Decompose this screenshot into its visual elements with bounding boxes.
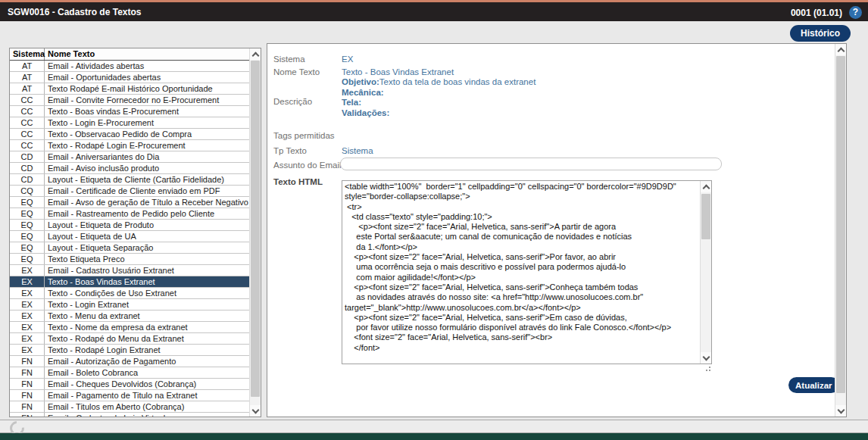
cell-sistema: EX — [10, 345, 45, 355]
cell-sistema: EX — [10, 310, 45, 321]
table-row[interactable]: FNEmail - Boleto Cobranca — [10, 367, 249, 379]
cell-nome-texto: Email - Oportunidades abertas — [45, 72, 249, 83]
cell-nome-texto: Email - Boleto Cobranca — [45, 367, 249, 378]
table-row[interactable]: CCEmail - Convite Fornecedor no E-Procur… — [10, 95, 249, 106]
cell-nome-texto: Email - Atividades abertas — [45, 61, 249, 71]
cell-sistema: FN — [10, 356, 45, 367]
cell-sistema: EX — [10, 265, 45, 276]
table-row[interactable]: FNEmail - Cadastro de Loja Virtual — [10, 413, 249, 417]
table-row[interactable]: CCTexto - Boas vindas E-Procurement — [10, 106, 249, 117]
table-row[interactable]: EQLayout - Etiqueta de Produto — [10, 220, 249, 231]
texto-html-editor — [342, 180, 712, 364]
table-row[interactable]: EXTexto - Rodapé do Menu da Extranet — [10, 333, 249, 345]
cell-sistema: AT — [10, 61, 45, 71]
table-row[interactable]: EXEmail - Cadastro Usuário Extranet — [10, 265, 249, 276]
cell-sistema: EQ — [10, 197, 45, 208]
cell-sistema: FN — [10, 413, 45, 417]
cell-nome-texto: Texto Etiqueta Preco — [45, 254, 249, 264]
table-row[interactable]: CDEmail - Aviso inclusão produto — [10, 163, 249, 174]
cell-sistema: CC — [10, 106, 45, 117]
descricao-label: Descrição — [273, 97, 312, 106]
chevron-down-icon — [251, 406, 259, 413]
descricao-line-tela: Tela: — [342, 98, 535, 108]
cell-nome-texto: Layout - Etiqueta de UA — [45, 231, 249, 242]
table-row[interactable]: FNEmail - Pagamento de Titulo na Extrane… — [10, 390, 249, 401]
objetivo-text: Texto da tela de boas vindas da extranet — [379, 77, 536, 86]
textarea-scroll-down-icon[interactable] — [701, 352, 711, 364]
texto-html-label: Texto HTML — [273, 177, 323, 186]
table-row[interactable]: ATTexto Rodapé E-mail Histórico Oportuni… — [10, 83, 249, 95]
atualizar-button[interactable]: Atualizar — [788, 377, 839, 393]
help-icon[interactable]: ? — [849, 6, 862, 19]
cell-sistema: FN — [10, 401, 45, 412]
cell-nome-texto: Email - Aviso inclusão produto — [45, 163, 249, 173]
cell-sistema: FN — [10, 390, 45, 401]
cell-nome-texto: Texto - Rodapé do Menu da Extranet — [45, 333, 249, 344]
table-row[interactable]: FNEmail - Autorização de Pagamento — [10, 356, 249, 367]
panel-scroll-up-icon[interactable] — [835, 44, 846, 55]
table-scrollbar[interactable] — [249, 48, 261, 417]
historico-button[interactable]: Histórico — [790, 25, 851, 42]
table-row[interactable]: EQEmail - Avso de geração de Título a Re… — [10, 197, 249, 208]
chevron-up-icon — [251, 51, 259, 59]
cell-sistema: FN — [10, 379, 45, 389]
bottom-bar — [0, 433, 868, 440]
page-title: SGW0016 - Cadastro de Textos — [8, 7, 142, 17]
cell-sistema: EX — [10, 333, 45, 344]
panel-scrollbar-thumb[interactable] — [836, 56, 845, 393]
table-row[interactable]: CDLayout - Etiqueta de Cliente (Cartão F… — [10, 174, 249, 186]
table-scrollbar-thumb[interactable] — [251, 61, 260, 397]
nome-texto-value: Texto - Boas Vindas Extranet — [342, 67, 454, 76]
table-row[interactable]: CCTexto - Rodapé Login E-Procurement — [10, 140, 249, 151]
column-header-sistema: Sistema — [10, 48, 45, 60]
table-body: ATEmail - Atividades abertasATEmail - Op… — [10, 61, 249, 417]
table-row[interactable]: EXTexto - Rodapé Login Extranet — [10, 345, 249, 356]
table-row[interactable]: ATEmail - Atividades abertas — [10, 61, 249, 72]
textarea-scrollbar-thumb[interactable] — [701, 194, 710, 239]
cell-nome-texto: Email - Titulos em Aberto (Cobrança) — [45, 401, 249, 412]
table-row[interactable]: EQEmail - Rastreamento de Pedido pelo Cl… — [10, 208, 249, 220]
table-row[interactable]: CDEmail - Aniversariantes do Dia — [10, 151, 249, 163]
table-row[interactable]: FNEmail - Titulos em Aberto (Cobrança) — [10, 401, 249, 413]
scroll-down-icon[interactable] — [250, 405, 261, 417]
table-row[interactable]: EXTexto - Condições de Uso Extranet — [10, 288, 249, 299]
validacoes-label: Validações: — [342, 108, 389, 117]
panel-scrollbar[interactable] — [835, 44, 846, 417]
table-row[interactable]: EXTexto - Nome da empresa da extranet — [10, 322, 249, 333]
cell-nome-texto: Layout - Etiqueta de Cliente (Cartão Fid… — [45, 174, 249, 185]
table-row[interactable]: EXTexto - Menu da extranet — [10, 310, 249, 322]
resize-grip-icon[interactable] — [703, 364, 712, 373]
table-row[interactable]: FNEmail - Cheques Devolvidos (Cobrança) — [10, 379, 249, 390]
table-row[interactable]: CQEmail - Certificade de Cliente enviado… — [10, 186, 249, 197]
table-row[interactable]: ATEmail - Oportunidades abertas — [10, 72, 249, 83]
cell-sistema: AT — [10, 72, 45, 83]
chevron-down-icon — [702, 353, 710, 360]
table-row[interactable]: EQLayout - Etiqueta Separação — [10, 242, 249, 254]
panel-scroll-down-icon[interactable] — [835, 405, 846, 417]
cell-nome-texto: Texto - Boas vindas E-Procurement — [45, 106, 249, 117]
cell-nome-texto: Email - Pagamento de Titulo na Extranet — [45, 390, 249, 401]
cell-sistema: CQ — [10, 186, 45, 196]
table-row[interactable]: EXTexto - Login Extranet — [10, 299, 249, 310]
chevron-up-icon — [837, 47, 845, 55]
mecanica-label: Mecânica: — [342, 88, 384, 97]
text-detail-panel: Sistema EX Nome Texto Texto - Boas Vinda… — [267, 43, 847, 417]
texts-list-panel: Sistema Nome Texto ATEmail - Atividades … — [9, 48, 261, 417]
scroll-up-icon[interactable] — [250, 48, 261, 60]
texto-html-textarea[interactable] — [342, 181, 700, 364]
cell-nome-texto: Texto - Boas Vindas Extranet — [45, 276, 249, 287]
table-row[interactable]: CCTexto - Login E-Procurement — [10, 117, 249, 129]
table-row[interactable]: EXTexto - Boas Vindas Extranet — [10, 276, 249, 288]
descricao-value: Objetivo:Texto da tela de boas vindas da… — [342, 77, 535, 118]
table-row[interactable]: EQTexto Etiqueta Preco — [10, 254, 249, 265]
textarea-scrollbar[interactable] — [700, 181, 711, 364]
table-row[interactable]: EQLayout - Etiqueta de UA — [10, 231, 249, 242]
cell-nome-texto: Texto - Observacao Pedido de Compra — [45, 129, 249, 139]
descricao-line-validacoes: Validações: — [342, 108, 535, 119]
assunto-email-input[interactable] — [340, 158, 722, 170]
cell-sistema: EQ — [10, 220, 45, 230]
cell-nome-texto: Texto Rodapé E-mail Histórico Oportunida… — [45, 83, 249, 94]
textarea-scroll-up-icon[interactable] — [701, 181, 711, 192]
table-row[interactable]: CCTexto - Observacao Pedido de Compra — [10, 129, 249, 140]
cell-nome-texto: Email - Cheques Devolvidos (Cobrança) — [45, 379, 249, 389]
